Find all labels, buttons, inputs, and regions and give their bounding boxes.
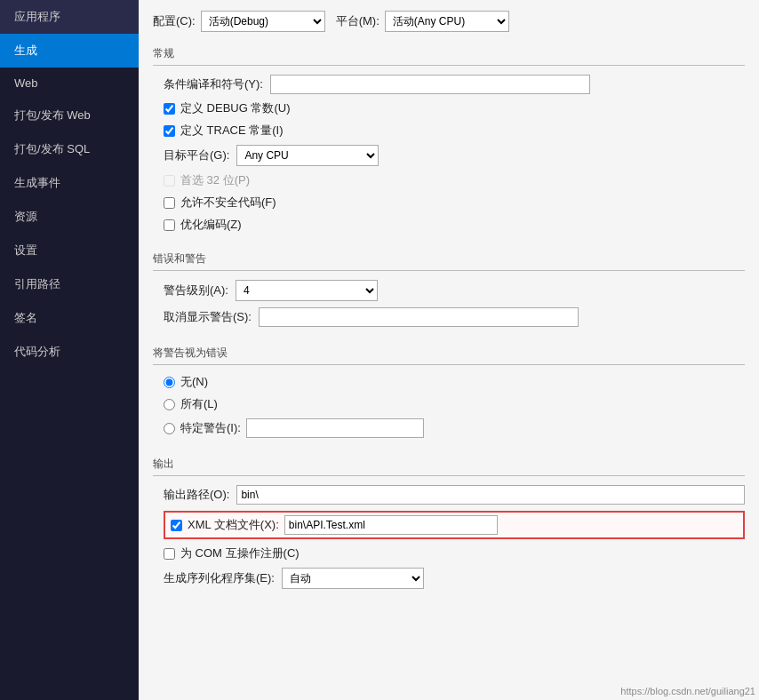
all-radio-row: 所有(L) [164,396,745,412]
prefer32-checkbox[interactable] [164,175,175,187]
sidebar-item-build-events[interactable]: 生成事件 [0,166,139,200]
sidebar-item-web[interactable]: Web [0,68,139,99]
specific-radio-row: 特定警告(I): [164,418,745,438]
general-section: 常规 条件编译和符号(Y): 定义 DEBUG 常数(U) 定义 TRACE 常… [153,46,745,239]
com-interop-row: 为 COM 互操作注册(C) [164,545,745,561]
none-radio-row: 无(N) [164,374,745,390]
define-debug-label: 定义 DEBUG 常数(U) [180,100,291,116]
output-section: 输出 输出路径(O): XML 文档文件(X): 为 COM 互操作注册(C) … [153,457,745,595]
output-path-input[interactable] [236,485,745,505]
sidebar-item-build[interactable]: 生成 [0,34,139,68]
target-platform-row: 目标平台(G): Any CPUx86x64 [164,145,745,166]
optimize-row: 优化编码(Z) [164,217,745,233]
specific-radio[interactable] [164,423,175,434]
general-section-content: 条件编译和符号(Y): 定义 DEBUG 常数(U) 定义 TRACE 常量(I… [153,75,745,233]
platform-select[interactable]: 活动(Any CPU)Any CPUx86x64 [385,11,509,32]
conditional-compile-input[interactable] [270,75,590,94]
prefer32-row: 首选 32 位(P) [164,172,745,188]
unsafe-code-row: 允许不安全代码(F) [164,195,745,211]
optimize-label: 优化编码(Z) [180,217,242,233]
xml-doc-input[interactable] [284,515,498,535]
warning-level-label: 警告级别(A): [164,282,228,298]
suppress-warnings-label: 取消显示警告(S): [164,309,252,325]
warning-level-select[interactable]: 01234 [236,280,378,301]
treat-warnings-title: 将警告视为错误 [153,346,745,365]
config-select[interactable]: 活动(Debug)DebugRelease所有配置 [201,11,325,32]
errors-section-title: 错误和警告 [153,251,745,271]
define-trace-label: 定义 TRACE 常量(I) [180,123,284,139]
serialize-select[interactable]: 自动开关 [282,568,424,589]
none-radio-label: 无(N) [180,374,208,390]
suppress-warnings-row: 取消显示警告(S): [164,307,745,327]
sidebar-item-publish-sql[interactable]: 打包/发布 SQL [0,132,139,166]
output-section-title: 输出 [153,457,745,476]
optimize-checkbox[interactable] [164,219,175,231]
xml-doc-row: XML 文档文件(X): [164,511,745,539]
none-radio[interactable] [164,377,175,388]
target-platform-label: 目标平台(G): [164,147,229,163]
xml-doc-label: XML 文档文件(X): [188,517,279,533]
top-bar: 配置(C): 活动(Debug)DebugRelease所有配置 平台(M): … [153,11,745,32]
unsafe-code-checkbox[interactable] [164,197,175,209]
config-label: 配置(C): [153,13,196,29]
com-interop-label: 为 COM 互操作注册(C) [180,545,300,561]
general-section-title: 常规 [153,46,745,66]
com-interop-checkbox[interactable] [164,548,175,560]
target-platform-select[interactable]: Any CPUx86x64 [236,145,379,166]
sidebar-item-code-analysis[interactable]: 代码分析 [0,335,139,369]
output-path-row: 输出路径(O): [164,485,745,505]
sidebar: 应用程序 生成 Web 打包/发布 Web 打包/发布 SQL 生成事件 资源 … [0,0,139,700]
output-path-label: 输出路径(O): [164,487,229,503]
specific-warnings-input[interactable] [246,418,424,438]
sidebar-item-publish-web[interactable]: 打包/发布 Web [0,99,139,132]
specific-radio-label: 特定警告(I): [180,420,241,436]
suppress-warnings-input[interactable] [259,307,579,327]
sidebar-item-application[interactable]: 应用程序 [0,0,139,34]
warning-level-row: 警告级别(A): 01234 [164,280,745,301]
sidebar-item-signing[interactable]: 签名 [0,301,139,335]
unsafe-code-label: 允许不安全代码(F) [180,195,276,211]
treat-warnings-content: 无(N) 所有(L) 特定警告(I): [153,374,745,438]
treat-warnings-section: 将警告视为错误 无(N) 所有(L) 特定警告(I): [153,346,745,444]
errors-section: 错误和警告 警告级别(A): 01234 取消显示警告(S): [153,251,745,333]
output-section-content: 输出路径(O): XML 文档文件(X): 为 COM 互操作注册(C) 生成序… [153,485,745,589]
define-trace-row: 定义 TRACE 常量(I) [164,123,745,139]
xml-doc-checkbox[interactable] [171,520,182,531]
prefer32-label: 首选 32 位(P) [180,172,250,188]
platform-label: 平台(M): [336,13,380,29]
sidebar-item-settings[interactable]: 设置 [0,234,139,267]
main-content: 配置(C): 活动(Debug)DebugRelease所有配置 平台(M): … [139,0,759,700]
serialize-row: 生成序列化程序集(E): 自动开关 [164,568,745,589]
define-trace-checkbox[interactable] [164,125,175,137]
define-debug-checkbox[interactable] [164,103,175,115]
all-radio[interactable] [164,399,175,410]
conditional-compile-label: 条件编译和符号(Y): [164,76,263,92]
config-group: 配置(C): 活动(Debug)DebugRelease所有配置 [153,11,325,32]
define-debug-row: 定义 DEBUG 常数(U) [164,100,745,116]
all-radio-label: 所有(L) [180,396,218,412]
sidebar-item-reference-paths[interactable]: 引用路径 [0,267,139,301]
platform-group: 平台(M): 活动(Any CPU)Any CPUx86x64 [336,11,509,32]
errors-section-content: 警告级别(A): 01234 取消显示警告(S): [153,280,745,327]
conditional-compile-row: 条件编译和符号(Y): [164,75,745,94]
serialize-label: 生成序列化程序集(E): [164,570,275,586]
sidebar-item-resources[interactable]: 资源 [0,200,139,234]
